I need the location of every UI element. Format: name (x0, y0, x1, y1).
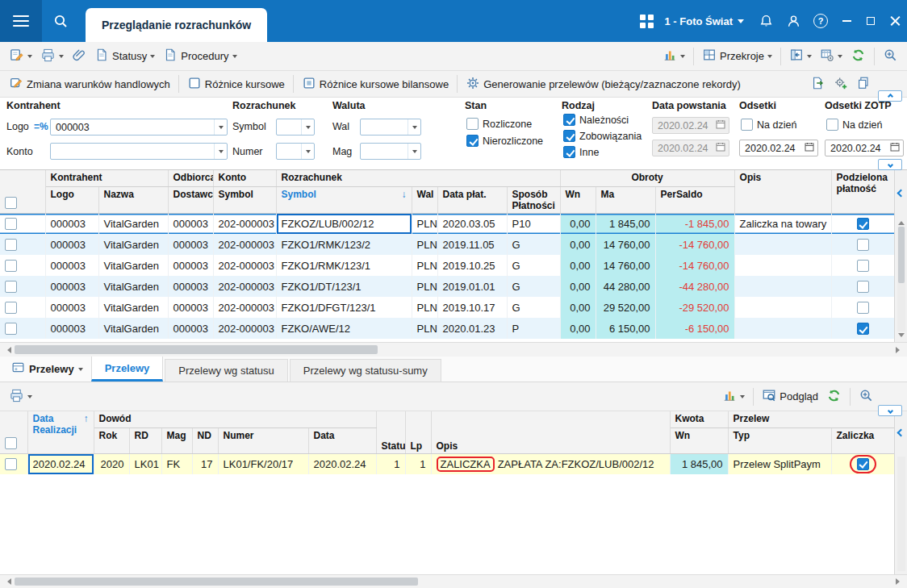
scroll-left-icon[interactable] (4, 578, 11, 585)
cell-sposob[interactable]: P (507, 318, 560, 339)
cell-sposob[interactable]: G (507, 255, 560, 276)
cell-podzielona[interactable] (831, 276, 894, 297)
cell-select[interactable] (0, 318, 45, 339)
cell-nazwa[interactable]: VitalGarden (98, 276, 168, 297)
cell-lp[interactable]: 1 (405, 453, 431, 474)
vertical-scroll-track[interactable] (897, 227, 905, 332)
table-row[interactable]: 000003 VitalGarden 000003 202-000003 FZK… (0, 276, 894, 297)
col-podzielona-platnosc[interactable]: Podzielona płatność (831, 170, 894, 213)
cell-sposob[interactable]: G (507, 234, 560, 255)
attachment-button[interactable] (68, 46, 90, 66)
print-button[interactable] (36, 46, 68, 67)
col-persaldo[interactable]: PerSaldo (655, 186, 734, 213)
group-dowod[interactable]: Dowód (94, 411, 376, 427)
cell-dostawca[interactable]: 000003 (168, 255, 213, 276)
refresh-button[interactable] (846, 46, 870, 67)
cell-wn[interactable]: 1 845,00 (670, 453, 728, 474)
top-grid-vertical-scrollbar[interactable] (895, 216, 907, 342)
cell-persaldo[interactable]: -1 845,00 (655, 213, 734, 234)
refresh-button-bottom[interactable] (822, 386, 846, 407)
col-nd[interactable]: ND (192, 427, 218, 453)
cell-wn[interactable]: 0,00 (560, 297, 596, 318)
cell-podzielona[interactable] (831, 255, 894, 276)
row-checkbox[interactable] (5, 323, 17, 335)
cell-ma[interactable]: 6 150,00 (596, 318, 655, 339)
cell-persaldo[interactable]: -14 760,00 (655, 255, 734, 276)
group-obroty[interactable]: Obroty (560, 170, 734, 186)
col-data-realizacji-sorted[interactable]: Data ↑ Realizacji (27, 411, 94, 453)
cell-sposob[interactable]: G (507, 297, 560, 318)
select-all-header[interactable] (0, 170, 45, 213)
cell-data-realizacji-current[interactable]: 2020.02.24 (27, 453, 94, 474)
cell-logo[interactable]: 000003 (45, 297, 98, 318)
top-grid-horizontal-scrollbar[interactable] (0, 342, 907, 357)
user-icon[interactable] (780, 0, 807, 42)
roznice-bilansowe-button[interactable]: Różnice kursowe bilansowe (298, 74, 453, 94)
chart-button[interactable] (658, 46, 689, 66)
statusy-button[interactable]: Statusy (90, 46, 159, 66)
konto-combo[interactable] (50, 143, 228, 160)
cell-nazwa[interactable]: VitalGarden (98, 318, 168, 339)
zotp-na-dzien-checkbox[interactable]: Na dzień (826, 119, 882, 131)
horizontal-scroll-thumb[interactable] (15, 345, 378, 354)
cell-dostawca[interactable]: 000003 (168, 297, 213, 318)
tab-przelewy-wg-statusu-sumy[interactable]: Przelewy wg statusu-sumy (290, 359, 441, 382)
cell-nazwa[interactable]: VitalGarden (98, 213, 168, 234)
select-all-header[interactable] (0, 411, 27, 453)
table-row[interactable]: 000003 VitalGarden 000003 202-000003 FZK… (0, 234, 894, 255)
grid-settings-button[interactable] (816, 46, 846, 66)
cell-zaliczka[interactable] (831, 453, 894, 474)
close-button[interactable] (883, 0, 907, 42)
scroll-down-icon[interactable] (898, 333, 905, 340)
symbol-combo[interactable] (276, 119, 315, 136)
cell-data-plat[interactable]: 2019.10.25 (437, 255, 507, 276)
expand-filter-panel-down-button[interactable] (878, 159, 902, 170)
podzielona-checkbox[interactable] (857, 218, 869, 230)
cell-symbol-current[interactable]: FZKOZ/LUB/002/12 (276, 213, 412, 234)
group-kwota[interactable]: Kwota (670, 411, 728, 427)
row-checkbox[interactable] (5, 302, 17, 314)
cell-wn[interactable]: 0,00 (560, 318, 596, 339)
table-row[interactable]: 000003 VitalGarden 000003 202-000003 FZK… (0, 297, 894, 318)
cell-wal[interactable]: PLN (412, 276, 437, 297)
hamburger-menu-icon[interactable] (0, 0, 42, 42)
cell-persaldo[interactable]: -44 280,00 (655, 276, 734, 297)
tab-przelewy-wg-statusu[interactable]: Przelewy wg statusu (165, 359, 288, 382)
roznice-kursowe-button[interactable]: Różnice kursowe (183, 74, 289, 94)
col-nazwa[interactable]: Nazwa (98, 186, 168, 213)
przekroje-button[interactable]: Przekroje (698, 46, 776, 66)
cell-symbol[interactable]: FZKO/AWE/12 (276, 318, 412, 339)
row-checkbox[interactable] (5, 281, 17, 293)
group-kontrahent[interactable]: Kontrahent (45, 170, 168, 186)
cell-select[interactable] (0, 234, 45, 255)
col-logo[interactable]: Logo (45, 186, 98, 213)
cell-wn[interactable]: 0,00 (560, 213, 596, 234)
export-button[interactable] (807, 74, 830, 94)
cell-opis[interactable] (734, 297, 831, 318)
cell-wal[interactable]: PLN (412, 318, 437, 339)
print-button-bottom[interactable] (5, 386, 36, 407)
cell-opis[interactable] (734, 318, 831, 339)
cell-wn[interactable]: 0,00 (560, 234, 596, 255)
gear-plus-button[interactable] (830, 74, 852, 94)
rozliczone-checkbox[interactable]: Rozliczone (466, 118, 532, 130)
cell-rok[interactable]: 2020 (94, 453, 129, 474)
select-all-checkbox[interactable] (5, 197, 17, 209)
logo-combo[interactable]: 000003 (50, 119, 228, 136)
cell-persaldo[interactable]: -6 150,00 (655, 318, 734, 339)
cell-konto[interactable]: 202-000003 (213, 234, 276, 255)
scroll-right-icon[interactable] (896, 347, 903, 353)
cell-symbol[interactable]: FZKO1/DFGT/123/1 (276, 297, 412, 318)
chart-button-bottom[interactable] (718, 386, 749, 407)
cell-wn[interactable]: 0,00 (560, 276, 596, 297)
tab-przelewy[interactable]: Przelewy (91, 356, 164, 382)
col-rd[interactable]: RD (129, 427, 161, 453)
cell-logo[interactable]: 000003 (45, 318, 98, 339)
scroll-up-icon[interactable] (898, 218, 905, 225)
horizontal-scroll-thumb[interactable] (15, 578, 418, 586)
cell-ma[interactable]: 14 760,00 (596, 255, 655, 276)
select-all-checkbox[interactable] (5, 437, 17, 449)
cell-konto[interactable]: 202-000003 (213, 255, 276, 276)
cell-opis[interactable] (734, 255, 831, 276)
zoom-search-button-bottom[interactable] (855, 386, 878, 407)
